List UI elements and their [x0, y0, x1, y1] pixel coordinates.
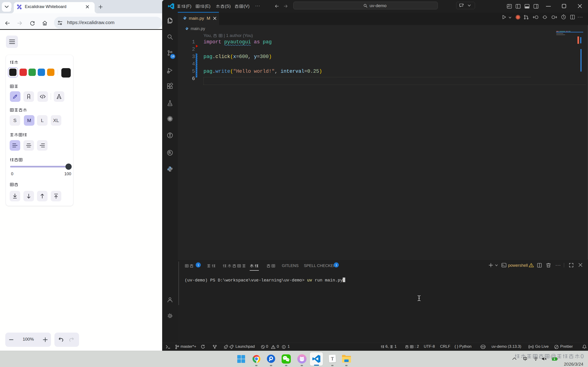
svg-text:T: T — [331, 356, 334, 361]
